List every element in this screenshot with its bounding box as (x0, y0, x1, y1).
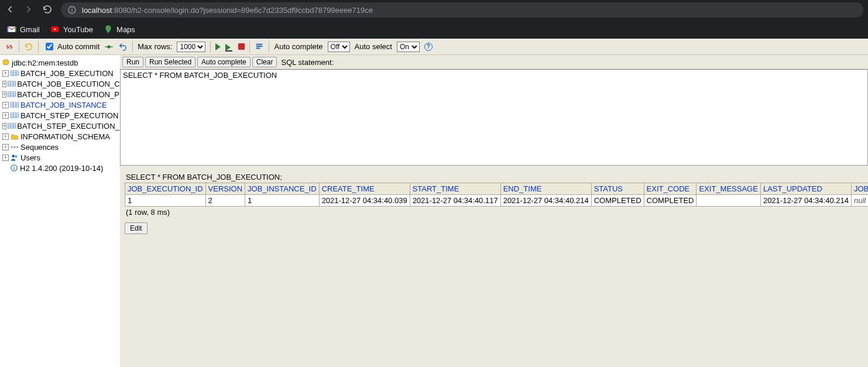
bookmark-label: YouTube (63, 25, 93, 34)
sql-textarea[interactable] (121, 70, 867, 165)
disconnect-icon[interactable] (5, 42, 14, 52)
commit-icon[interactable] (104, 42, 114, 52)
rollback-icon[interactable] (118, 42, 128, 52)
sidebar-label: BATCH_JOB_EXECUTION (19, 69, 114, 78)
column-header-link[interactable]: CREATE_TIME (322, 184, 375, 193)
site-info-icon[interactable] (67, 5, 77, 15)
bookmark-youtube[interactable]: YouTube (50, 25, 93, 34)
svg-rect-21 (8, 92, 16, 97)
column-header-link[interactable]: EXIT_CODE (647, 184, 690, 193)
column-header[interactable]: JOB_CONFIGURATION (851, 183, 868, 195)
sidebar: jdbc:h2:mem:testdb +BATCH_JOB_EXECUTION+… (0, 55, 120, 367)
forward-icon[interactable] (23, 4, 34, 16)
auto-select-label: Auto select (355, 42, 392, 51)
column-header-link[interactable]: VERSION (208, 184, 243, 193)
bookmark-bar: Gmail YouTube Maps (0, 20, 868, 39)
column-header[interactable]: STATUS (591, 183, 644, 195)
sidebar-item-table[interactable]: +BATCH_JOB_EXECUTION_P (0, 89, 120, 100)
stop-icon[interactable] (238, 43, 245, 50)
sidebar-item-table[interactable]: +BATCH_JOB_INSTANCE (0, 100, 120, 110)
column-header[interactable]: JOB_EXECUTION_ID (125, 183, 206, 195)
clear-button[interactable]: Clear (252, 57, 277, 67)
expand-icon[interactable]: + (2, 102, 9, 108)
sidebar-item-table[interactable]: +BATCH_JOB_EXECUTION (0, 68, 120, 78)
sidebar-item-table[interactable]: +BATCH_JOB_EXECUTION_C (0, 78, 120, 89)
run-selected-button[interactable]: Run Selected (145, 57, 195, 67)
sidebar-item-version[interactable]: H2 1.4.200 (2019-10-14) (0, 163, 120, 173)
column-header[interactable]: END_TIME (500, 183, 591, 195)
sidebar-label: Sequences (19, 143, 59, 152)
bookmark-gmail[interactable]: Gmail (7, 25, 40, 34)
youtube-icon (50, 25, 60, 34)
svg-point-45 (15, 155, 17, 157)
table-cell: 2 (205, 195, 245, 207)
expand-icon[interactable]: + (2, 133, 9, 140)
column-header-link[interactable]: EXIT_MESSAGE (699, 184, 757, 193)
history-icon[interactable] (255, 42, 264, 52)
run-button[interactable]: Run (122, 57, 143, 67)
edit-button[interactable]: Edit (125, 222, 147, 234)
maps-icon (104, 25, 113, 34)
column-header[interactable]: LAST_UPDATED (760, 183, 851, 195)
expand-icon[interactable]: + (2, 144, 9, 150)
expand-icon[interactable]: + (2, 123, 6, 129)
back-icon[interactable] (5, 4, 15, 16)
table-cell: COMPLETED (591, 195, 644, 207)
column-header[interactable]: EXIT_CODE (644, 183, 697, 195)
expand-icon[interactable]: + (2, 112, 9, 119)
column-header-link[interactable]: STATUS (594, 184, 623, 193)
auto-commit-label: Auto commit (57, 42, 100, 51)
column-header-link[interactable]: END_TIME (503, 184, 542, 193)
svg-rect-7 (256, 43, 263, 44)
expand-icon[interactable]: + (2, 155, 9, 161)
expand-icon[interactable]: + (2, 70, 9, 77)
separator (210, 41, 211, 53)
db-node[interactable]: jdbc:h2:mem:testdb (0, 57, 120, 68)
table-cell: 2021-12-27 04:34:40.117 (410, 195, 500, 207)
column-header-link[interactable]: START_TIME (413, 184, 459, 193)
svg-rect-48 (13, 166, 14, 167)
sidebar-item-users[interactable]: + Users (0, 152, 120, 163)
max-rows-select[interactable]: 1000 (177, 42, 205, 52)
svg-rect-9 (256, 47, 260, 49)
auto-commit-checkbox[interactable]: Auto commit (43, 41, 100, 52)
auto-select-select[interactable]: On (397, 42, 420, 52)
sidebar-item-table[interactable]: +BATCH_STEP_EXECUTION (0, 110, 120, 121)
separator (19, 41, 19, 53)
refresh-icon[interactable] (24, 42, 33, 52)
column-header-link[interactable]: JOB_INSTANCE_ID (248, 184, 317, 193)
reload-icon[interactable] (42, 4, 53, 16)
column-header[interactable]: EXIT_MESSAGE (697, 183, 760, 195)
auto-complete-button[interactable]: Auto complete (197, 57, 251, 67)
bookmark-maps[interactable]: Maps (104, 25, 135, 34)
auto-complete-select[interactable]: Off (328, 42, 350, 52)
column-header[interactable]: CREATE_TIME (319, 183, 410, 195)
run-selected-icon[interactable] (225, 43, 234, 51)
sql-editor[interactable] (120, 69, 868, 166)
sidebar-item-info-schema[interactable]: + INFORMATION_SCHEMA (0, 131, 120, 142)
column-header-link[interactable]: JOB_CONFIGURATION (854, 184, 868, 193)
url-bar[interactable]: localhost:8080/h2-console/login.do?jsess… (61, 2, 863, 18)
info-icon (9, 164, 19, 172)
svg-point-44 (12, 155, 15, 157)
sidebar-item-table[interactable]: +BATCH_STEP_EXECUTION_ (0, 121, 120, 131)
result-stats: (1 row, 8 ms) (126, 208, 863, 217)
column-header-link[interactable]: JOB_EXECUTION_ID (128, 184, 203, 193)
column-header[interactable]: JOB_INSTANCE_ID (245, 183, 320, 195)
expand-icon[interactable]: + (2, 91, 6, 98)
column-header-link[interactable]: LAST_UPDATED (763, 184, 822, 193)
run-icon[interactable] (215, 43, 221, 50)
sidebar-item-sequences[interactable]: + Sequences (0, 142, 120, 152)
database-icon (1, 59, 11, 66)
folder-icon (10, 133, 19, 140)
expand-icon[interactable]: + (2, 81, 6, 87)
svg-rect-1 (71, 9, 72, 12)
help-icon[interactable]: ? (424, 43, 433, 51)
sequences-icon (10, 144, 19, 150)
table-icon (10, 70, 19, 76)
sidebar-label: BATCH_STEP_EXECUTION_ (16, 122, 119, 131)
column-header[interactable]: START_TIME (410, 183, 500, 195)
sql-statement-label: SQL statement: (281, 58, 334, 67)
bookmark-label: Maps (116, 25, 135, 34)
column-header[interactable]: VERSION (205, 183, 245, 195)
